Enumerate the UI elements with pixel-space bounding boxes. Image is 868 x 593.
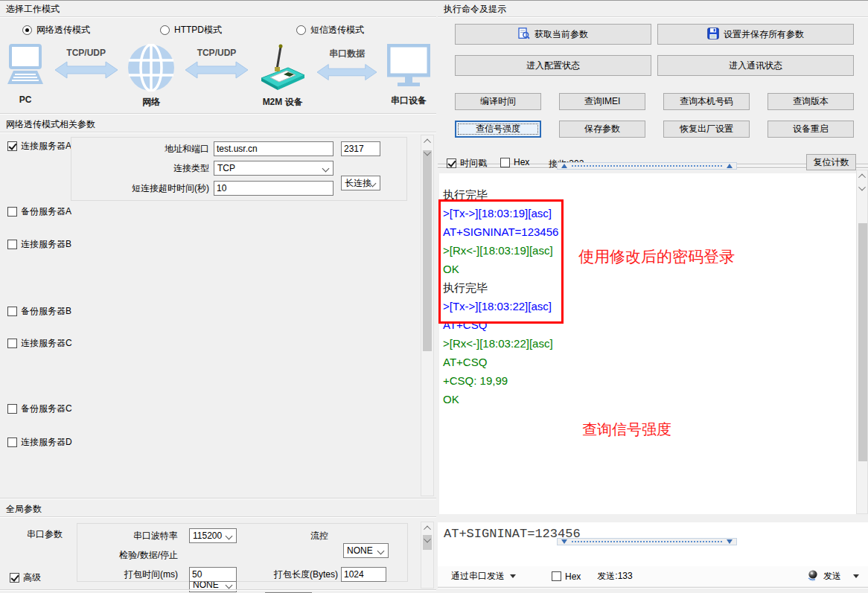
- serial-params-label: 串口参数: [27, 528, 63, 541]
- receive-log[interactable]: 执行完毕 >[Tx->][18:03:19][asc] AT+SIGNINAT=…: [439, 173, 856, 514]
- compile-time-button[interactable]: 编译时间: [455, 93, 541, 110]
- checkbox-connect-server-d[interactable]: 连接服务器D: [7, 436, 72, 449]
- net-params-scrollbar[interactable]: [421, 135, 434, 496]
- checkbox-icon[interactable]: [7, 307, 17, 316]
- conn-type-select[interactable]: TCP: [214, 161, 334, 176]
- port-input[interactable]: 2317: [341, 141, 380, 156]
- log-line: >[Tx->][18:03:22][asc]: [443, 297, 856, 315]
- checkbox-icon[interactable]: [7, 141, 17, 151]
- diagram-link-tcp1: TCP/UDP: [55, 48, 118, 81]
- search-doc-icon: [518, 28, 530, 42]
- log-line: +CSQ: 19,99: [443, 371, 856, 390]
- checkbox-connect-server-c[interactable]: 连接服务器C: [7, 337, 72, 350]
- query-signal-strength-button[interactable]: 查信号强度: [455, 121, 541, 138]
- radio-httpd-mode[interactable]: HTTPD模式: [160, 24, 222, 36]
- section-title-net-params: 网络透传模式相关参数: [0, 116, 436, 132]
- device-reboot-button[interactable]: 设备重启: [768, 121, 854, 138]
- checkbox-connect-server-a[interactable]: 连接服务器A: [7, 140, 71, 153]
- splitter-grip[interactable]: [557, 162, 737, 170]
- pc-label: PC: [19, 94, 32, 105]
- globe-icon: [127, 44, 175, 94]
- send-toolbar: 通过串口发送 Hex 发送:133 发送: [438, 566, 868, 586]
- checkbox-connect-server-b[interactable]: 连接服务器B: [7, 238, 71, 251]
- splitter-dots: [572, 165, 722, 167]
- pc-icon: [6, 44, 45, 92]
- global-params-scrollbar[interactable]: [421, 522, 434, 589]
- send-count: 发送:133: [597, 570, 632, 583]
- checkbox-advanced[interactable]: 高级: [10, 571, 41, 584]
- baud-rate-label: 串口波特率: [77, 528, 178, 543]
- diagram-link-tcp2: TCP/UDP: [185, 48, 248, 81]
- conn-type-label: 连接类型: [71, 161, 209, 176]
- query-phone-number-button[interactable]: 查询本机号码: [663, 93, 750, 110]
- checkbox-backup-server-a[interactable]: 备份服务器A: [7, 205, 71, 218]
- conn-mode-select[interactable]: 长连接: [341, 176, 380, 190]
- set-save-all-button[interactable]: 设置并保存所有参数: [657, 24, 854, 45]
- double-arrow-icon: [185, 61, 248, 81]
- scroll-down-icon[interactable]: [857, 182, 867, 194]
- scroll-down-icon[interactable]: [421, 147, 433, 159]
- flow-control-select[interactable]: NONE: [343, 543, 389, 558]
- dropdown-arrow-icon: [510, 574, 516, 578]
- query-imei-button[interactable]: 查询IMEI: [559, 93, 645, 110]
- reset-count-button[interactable]: 复位计数: [806, 154, 856, 170]
- checkbox-icon[interactable]: [552, 571, 561, 581]
- radio-sms-mode[interactable]: 短信透传模式: [296, 24, 364, 36]
- double-arrow-icon: [55, 61, 118, 81]
- radio-label: 短信透传模式: [310, 24, 364, 36]
- server-a-groupbox: 地址和端口 test.usr.cn 2317 连接类型 TCP 长连接 短连接超…: [71, 137, 407, 201]
- checkbox-icon[interactable]: [7, 339, 17, 348]
- pack-time-label: 打包时间(ms): [77, 567, 178, 582]
- radio-icon[interactable]: [296, 25, 306, 35]
- checkbox-icon[interactable]: [500, 158, 510, 167]
- checkbox-backup-server-c[interactable]: 备份服务器C: [7, 403, 72, 415]
- factory-reset-button[interactable]: 恢复出厂设置: [663, 121, 750, 138]
- scrollbar-thumb[interactable]: [423, 150, 432, 351]
- scroll-up-icon[interactable]: [421, 522, 433, 534]
- log-line: AT+CSQ: [443, 315, 856, 334]
- save-params-button[interactable]: 保存参数: [559, 121, 645, 138]
- m2m-device-icon: [258, 44, 307, 94]
- checkbox-icon[interactable]: [7, 207, 17, 217]
- get-params-button[interactable]: 获取当前参数: [455, 24, 651, 45]
- collapse-down-icon: [561, 539, 567, 544]
- address-input[interactable]: test.usr.cn: [214, 141, 334, 156]
- send-via-dropdown[interactable]: 通过串口发送: [451, 570, 516, 583]
- pack-length-input[interactable]: 1024: [341, 567, 386, 582]
- radio-net-transparent-mode[interactable]: 网络透传模式: [22, 24, 90, 36]
- radio-icon[interactable]: [22, 25, 32, 35]
- checkbox-recv-hex[interactable]: Hex: [500, 157, 529, 167]
- floppy-save-icon: [707, 28, 719, 42]
- enter-comm-state-button[interactable]: 进入通讯状态: [657, 55, 854, 76]
- double-arrow-icon: [317, 63, 377, 83]
- checkbox-icon[interactable]: [447, 158, 456, 168]
- checkbox-send-hex[interactable]: Hex: [552, 571, 581, 582]
- log-scrollbar[interactable]: [856, 170, 868, 514]
- scroll-up-icon[interactable]: [421, 135, 433, 147]
- radio-label: 网络透传模式: [36, 24, 90, 36]
- collapse-down-icon: [727, 539, 733, 544]
- diagram-link-serial: 串口数据: [317, 48, 377, 83]
- annotation-password-login: 使用修改后的密码登录: [578, 246, 735, 267]
- scrollbar-thumb[interactable]: [858, 223, 867, 461]
- scroll-down-icon[interactable]: [421, 534, 433, 546]
- flow-control-label: 流控: [226, 528, 328, 543]
- monitor-icon: [387, 44, 430, 92]
- checkbox-backup-server-b[interactable]: 备份服务器B: [7, 305, 71, 318]
- splitter-grip[interactable]: [557, 538, 737, 545]
- checkbox-icon[interactable]: [7, 240, 17, 249]
- checkbox-timestamp[interactable]: 时间戳: [447, 157, 487, 170]
- radio-icon[interactable]: [160, 25, 170, 35]
- collapse-up-icon: [727, 164, 733, 168]
- enter-config-state-button[interactable]: 进入配置状态: [455, 55, 651, 76]
- diagram-node-network: 网络: [127, 44, 175, 109]
- work-mode-panel: 选择工作模式 网络透传模式 HTTPD模式 短信透传模式 PC TCP/UDP: [0, 1, 436, 593]
- short-conn-timeout-input[interactable]: 10: [214, 181, 334, 196]
- query-version-button[interactable]: 查询版本: [768, 93, 854, 110]
- send-button[interactable]: 发送: [807, 569, 859, 583]
- checkbox-icon[interactable]: [7, 404, 17, 414]
- checkbox-icon[interactable]: [7, 437, 17, 447]
- collapse-up-icon: [561, 164, 567, 168]
- checkbox-icon[interactable]: [10, 573, 19, 583]
- scroll-up-icon[interactable]: [857, 170, 867, 182]
